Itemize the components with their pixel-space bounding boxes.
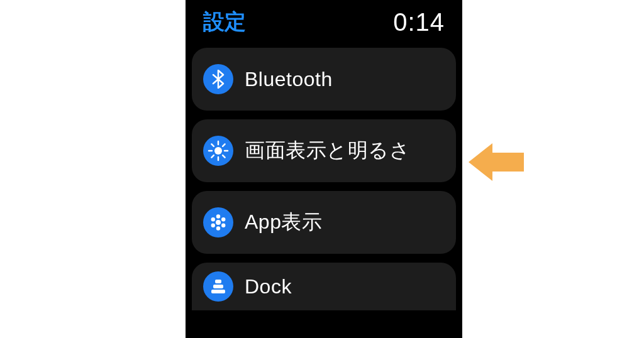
svg-line-8 <box>223 144 225 146</box>
svg-rect-17 <box>213 285 223 288</box>
settings-item-label: Dock <box>245 275 292 298</box>
brightness-icon <box>203 136 233 166</box>
page-title[interactable]: 設定 <box>203 8 246 36</box>
header: 設定 0:14 <box>186 0 462 48</box>
svg-point-10 <box>216 214 220 218</box>
svg-line-6 <box>223 155 225 158</box>
app-grid-icon <box>203 207 233 237</box>
svg-point-13 <box>221 217 225 221</box>
svg-rect-16 <box>215 280 221 283</box>
watch-screen: 設定 0:14 Bluetooth <box>186 0 462 338</box>
settings-list: Bluetooth 画面表示 <box>186 48 462 310</box>
settings-item-display-brightness[interactable]: 画面表示と明るさ <box>192 119 456 182</box>
svg-line-7 <box>211 155 214 158</box>
settings-item-label: 画面表示と明るさ <box>245 137 410 165</box>
svg-point-14 <box>211 224 215 227</box>
bluetooth-icon <box>203 64 233 94</box>
settings-item-label: Bluetooth <box>245 68 333 91</box>
settings-item-app-view[interactable]: App表示 <box>192 191 456 254</box>
svg-point-0 <box>214 147 222 155</box>
svg-rect-18 <box>211 290 225 293</box>
svg-point-15 <box>221 224 225 227</box>
dock-icon <box>203 271 233 302</box>
clock-time: 0:14 <box>393 8 445 36</box>
settings-item-dock[interactable]: Dock <box>192 263 456 310</box>
callout-arrow <box>469 140 525 184</box>
settings-item-bluetooth[interactable]: Bluetooth <box>192 48 456 111</box>
settings-item-label: App表示 <box>245 209 322 236</box>
svg-point-12 <box>211 217 215 221</box>
svg-point-9 <box>216 220 221 225</box>
svg-line-5 <box>211 144 214 146</box>
svg-point-11 <box>216 226 220 230</box>
